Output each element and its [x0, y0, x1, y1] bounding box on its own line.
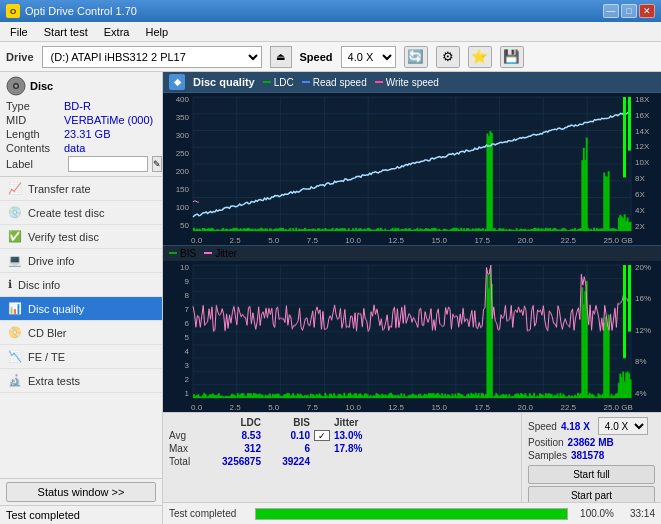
- sidebar-item-label: Verify test disc: [28, 231, 99, 243]
- charts-area: 400 350 300 250 200 150 100 50 18X 16X 1…: [163, 93, 661, 412]
- max-row: Max 312 6 17.8%: [169, 443, 515, 454]
- chart-icon: ◆: [169, 74, 185, 90]
- sidebar-item-create-test-disc[interactable]: 💿 Create test disc: [0, 201, 162, 225]
- disc-panel-title: Disc: [30, 80, 53, 92]
- sidebar-item-disc-quality[interactable]: 📊 Disc quality: [0, 297, 162, 321]
- final-status-text: Test completed: [169, 508, 249, 519]
- disc-length-label: Length: [6, 128, 64, 140]
- sidebar-item-extra-tests[interactable]: 🔬 Extra tests: [0, 369, 162, 393]
- menu-start-test[interactable]: Start test: [38, 24, 94, 40]
- app-title: Opti Drive Control 1.70: [25, 5, 137, 17]
- status-text-sidebar: Test completed: [6, 509, 80, 521]
- speed-stat-select[interactable]: 4.0 X: [598, 417, 648, 435]
- status-window-button[interactable]: Status window >>: [6, 482, 156, 502]
- legend-write: Write speed: [375, 77, 439, 88]
- menu-file[interactable]: File: [4, 24, 34, 40]
- samples-label: Samples: [528, 450, 567, 461]
- position-row: Position 23862 MB: [528, 437, 655, 448]
- max-ldc: 312: [211, 443, 261, 454]
- disc-type-label: Type: [6, 100, 64, 112]
- save-button[interactable]: 💾: [500, 46, 524, 68]
- sidebar-status-bottom: Test completed: [0, 505, 162, 524]
- final-status-bar: Test completed 100.0% 33:14: [163, 502, 661, 524]
- disc-label-label: Label: [6, 158, 64, 170]
- avg-bis: 0.10: [265, 430, 310, 441]
- disc-type-row: Type BD-R: [6, 100, 156, 112]
- main-content: Disc Type BD-R MID VERBATiMe (000) Lengt…: [0, 72, 661, 524]
- drive-info-icon: 💻: [8, 254, 22, 267]
- sidebar-item-label: Transfer rate: [28, 183, 91, 195]
- menu-extra[interactable]: Extra: [98, 24, 136, 40]
- final-progress-fill: [256, 509, 567, 519]
- speed-stat-value: 4.18 X: [561, 421, 590, 432]
- disc-contents-label: Contents: [6, 142, 64, 154]
- sidebar: Disc Type BD-R MID VERBATiMe (000) Lengt…: [0, 72, 163, 524]
- start-full-button[interactable]: Start full: [528, 465, 655, 484]
- disc-label-button[interactable]: ✎: [152, 156, 162, 172]
- sidebar-item-drive-info[interactable]: 💻 Drive info: [0, 249, 162, 273]
- minimize-button[interactable]: —: [603, 4, 619, 18]
- sidebar-item-label: Extra tests: [28, 375, 80, 387]
- sidebar-item-disc-info[interactable]: ℹ Disc info: [0, 273, 162, 297]
- total-bis: 39224: [265, 456, 310, 467]
- disc-mid-value: VERBATiMe (000): [64, 114, 153, 126]
- avg-label: Avg: [169, 430, 207, 441]
- stats-bar: LDC BIS Jitter Avg 8.53 0.10 ✓ 13.0% Max…: [163, 412, 661, 502]
- legend-write-label: Write speed: [386, 77, 439, 88]
- bis-dot: [169, 252, 177, 254]
- settings-button[interactable]: ⚙: [436, 46, 460, 68]
- legend-bis: BIS: [169, 248, 196, 259]
- maximize-button[interactable]: □: [621, 4, 637, 18]
- right-stats: Speed 4.18 X 4.0 X Position 23862 MB Sam…: [521, 413, 661, 502]
- app-icon: O: [6, 4, 20, 18]
- speed-row: Speed 4.18 X 4.0 X: [528, 417, 655, 435]
- avg-row: Avg 8.53 0.10 ✓ 13.0%: [169, 430, 515, 441]
- create-test-disc-icon: 💿: [8, 206, 22, 219]
- favorite-button[interactable]: ⭐: [468, 46, 492, 68]
- close-button[interactable]: ✕: [639, 4, 655, 18]
- jitter-checkbox[interactable]: ✓: [314, 430, 330, 441]
- legend-jitter-label: Jitter: [215, 248, 237, 259]
- sidebar-item-verify-test-disc[interactable]: ✅ Verify test disc: [0, 225, 162, 249]
- ldc-dot: [263, 81, 271, 83]
- disc-quality-icon: 📊: [8, 302, 22, 315]
- title-bar: O Opti Drive Control 1.70 — □ ✕: [0, 0, 661, 22]
- sidebar-item-label: Disc quality: [28, 303, 84, 315]
- jitter-dot: [204, 252, 212, 254]
- menu-help[interactable]: Help: [139, 24, 174, 40]
- speed-select[interactable]: 4.0 X: [341, 46, 396, 68]
- samples-row: Samples 381578: [528, 450, 655, 461]
- max-jitter: 17.8%: [334, 443, 389, 454]
- nav-items: 📈 Transfer rate 💿 Create test disc ✅ Ver…: [0, 177, 162, 478]
- disc-label-row: Label ✎: [6, 156, 156, 172]
- total-row: Total 3256875 39224: [169, 456, 515, 467]
- legend-read-label: Read speed: [313, 77, 367, 88]
- disc-icon: [6, 76, 26, 96]
- read-dot: [302, 81, 310, 83]
- sidebar-item-label: Drive info: [28, 255, 74, 267]
- eject-button[interactable]: ⏏: [270, 46, 292, 68]
- fe-te-icon: 📉: [8, 350, 22, 363]
- chart-title: Disc quality: [193, 76, 255, 88]
- legend-ldc: LDC: [263, 77, 294, 88]
- drive-select[interactable]: (D:) ATAPI iHBS312 2 PL17: [42, 46, 262, 68]
- refresh-button[interactable]: 🔄: [404, 46, 428, 68]
- sidebar-item-fe-te[interactable]: 📉 FE / TE: [0, 345, 162, 369]
- speed-stat-label: Speed: [528, 421, 557, 432]
- position-value: 23862 MB: [568, 437, 614, 448]
- cd-bler-icon: 📀: [8, 326, 22, 339]
- disc-mid-label: MID: [6, 114, 64, 126]
- disc-mid-row: MID VERBATiMe (000): [6, 114, 156, 126]
- disc-contents-row: Contents data: [6, 142, 156, 154]
- legend-jitter: Jitter: [204, 248, 237, 259]
- upper-chart: 400 350 300 250 200 150 100 50 18X 16X 1…: [163, 93, 661, 245]
- drive-bar: Drive (D:) ATAPI iHBS312 2 PL17 ⏏ Speed …: [0, 42, 661, 72]
- sidebar-item-transfer-rate[interactable]: 📈 Transfer rate: [0, 177, 162, 201]
- final-status-pct: 100.0%: [574, 508, 614, 519]
- sidebar-item-cd-bler[interactable]: 📀 CD Bler: [0, 321, 162, 345]
- disc-info-icon: ℹ: [8, 278, 12, 291]
- disc-label-input[interactable]: [68, 156, 148, 172]
- speed-label: Speed: [300, 51, 333, 63]
- transfer-rate-icon: 📈: [8, 182, 22, 195]
- title-bar-controls: — □ ✕: [603, 4, 655, 18]
